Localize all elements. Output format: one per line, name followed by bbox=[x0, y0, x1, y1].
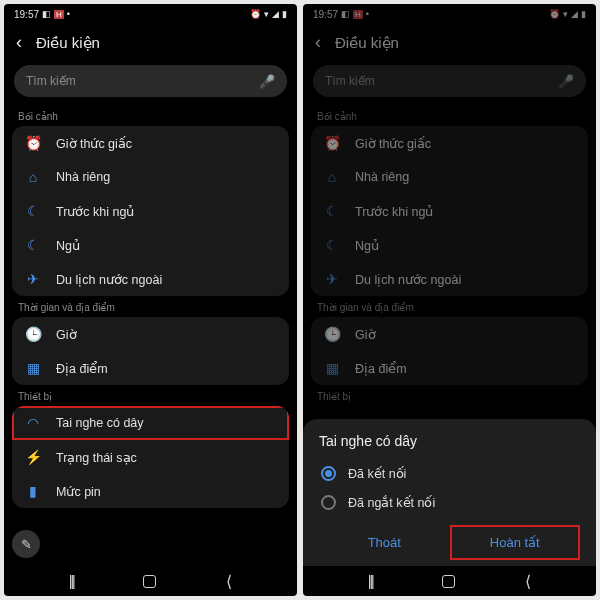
home-icon: ⌂ bbox=[24, 169, 42, 185]
row-before-sleep[interactable]: ☾Trước khi ngủ bbox=[311, 194, 588, 228]
status-badge: H bbox=[54, 10, 64, 19]
row-home[interactable]: ⌂Nhà riêng bbox=[311, 160, 588, 194]
row-time[interactable]: 🕒Giờ bbox=[311, 317, 588, 351]
status-icon: ◧ bbox=[341, 9, 350, 19]
row-before-sleep[interactable]: ☾Trước khi ngủ bbox=[12, 194, 289, 228]
plane-icon: ✈ bbox=[24, 271, 42, 287]
status-badge: H bbox=[353, 10, 363, 19]
nav-back[interactable] bbox=[226, 572, 232, 591]
moon-icon: ☾ bbox=[24, 237, 42, 253]
status-dot: • bbox=[366, 9, 369, 19]
row-sleep[interactable]: ☾Ngủ bbox=[12, 228, 289, 262]
back-button[interactable]: ‹ bbox=[315, 32, 321, 53]
row-place[interactable]: ▦Địa điểm bbox=[12, 351, 289, 385]
row-sleep[interactable]: ☾Ngủ bbox=[311, 228, 588, 262]
row-wired-headset[interactable]: ◠Tai nghe có dây bbox=[12, 406, 289, 440]
moon-icon: ☾ bbox=[24, 203, 42, 219]
bottom-sheet: Tai nghe có dây Đã kết nối Đã ngắt kết n… bbox=[303, 419, 596, 566]
search-input[interactable]: Tìm kiếm 🎤 bbox=[14, 65, 287, 97]
group-context: ⏰Giờ thức giấc ⌂Nhà riêng ☾Trước khi ngủ… bbox=[12, 126, 289, 296]
header: ‹ Điều kiện bbox=[4, 24, 297, 61]
home-icon: ⌂ bbox=[323, 169, 341, 185]
signal-icon: ◢ bbox=[272, 9, 279, 19]
section-device: Thiết bị bbox=[303, 385, 596, 406]
page-title: Điều kiện bbox=[335, 34, 399, 52]
section-context: Bối cảnh bbox=[303, 105, 596, 126]
status-time: 19:57 bbox=[14, 9, 39, 20]
nav-bar: ||| bbox=[4, 566, 297, 596]
row-charging[interactable]: ⚡Trạng thái sạc bbox=[12, 440, 289, 474]
row-battery[interactable]: ▮Mức pin bbox=[12, 474, 289, 508]
row-place[interactable]: ▦Địa điểm bbox=[311, 351, 588, 385]
right-screen: 19:57 ◧ H • ⏰ ▾ ◢ ▮ ‹ Điều kiện Tìm kiếm… bbox=[303, 4, 596, 596]
search-placeholder: Tìm kiếm bbox=[325, 74, 375, 88]
moon-icon: ☾ bbox=[323, 237, 341, 253]
back-button[interactable]: ‹ bbox=[16, 32, 22, 53]
status-bar: 19:57 ◧ H • ⏰ ▾ ◢ ▮ bbox=[4, 4, 297, 24]
plane-icon: ✈ bbox=[323, 271, 341, 287]
wifi-icon: ▾ bbox=[264, 9, 269, 19]
mic-icon[interactable]: 🎤 bbox=[259, 74, 275, 89]
battery-icon: ▮ bbox=[24, 483, 42, 499]
status-bar: 19:57 ◧ H • ⏰ ▾ ◢ ▮ bbox=[303, 4, 596, 24]
radio-disconnected[interactable]: Đã ngắt kết nối bbox=[319, 488, 580, 517]
status-dot: • bbox=[67, 9, 70, 19]
alarm-icon: ⏰ bbox=[549, 9, 560, 19]
search-placeholder: Tìm kiếm bbox=[26, 74, 76, 88]
signal-icon: ◢ bbox=[571, 9, 578, 19]
row-wakeup[interactable]: ⏰Giờ thức giấc bbox=[311, 126, 588, 160]
grid-icon: ▦ bbox=[24, 360, 42, 376]
battery-icon: ▮ bbox=[282, 9, 287, 19]
row-travel[interactable]: ✈Du lịch nước ngoài bbox=[12, 262, 289, 296]
section-timeplace: Thời gian và địa điểm bbox=[303, 296, 596, 317]
radio-selected-icon bbox=[321, 466, 336, 481]
row-wakeup[interactable]: ⏰Giờ thức giấc bbox=[12, 126, 289, 160]
group-timeplace: 🕒Giờ ▦Địa điểm bbox=[12, 317, 289, 385]
clock-icon: 🕒 bbox=[24, 326, 42, 342]
sheet-buttons: Thoát Hoàn tất bbox=[319, 525, 580, 560]
status-icon: ◧ bbox=[42, 9, 51, 19]
header: ‹ Điều kiện bbox=[303, 24, 596, 61]
nav-home[interactable] bbox=[143, 575, 156, 588]
section-context: Bối cảnh bbox=[4, 105, 297, 126]
sheet-title: Tai nghe có dây bbox=[319, 433, 580, 449]
alarm-icon: ⏰ bbox=[250, 9, 261, 19]
group-device: ◠Tai nghe có dây ⚡Trạng thái sạc ▮Mức pi… bbox=[12, 406, 289, 508]
alarm-icon: ⏰ bbox=[323, 135, 341, 151]
content: Bối cảnh ⏰Giờ thức giấc ⌂Nhà riêng ☾Trướ… bbox=[4, 105, 297, 566]
nav-recent[interactable]: ||| bbox=[368, 573, 373, 589]
nav-home[interactable] bbox=[442, 575, 455, 588]
row-home[interactable]: ⌂Nhà riêng bbox=[12, 160, 289, 194]
row-travel[interactable]: ✈Du lịch nước ngoài bbox=[311, 262, 588, 296]
nav-bar: ||| bbox=[303, 566, 596, 596]
edit-fab[interactable]: ✎ bbox=[12, 530, 40, 558]
cancel-button[interactable]: Thoát bbox=[319, 525, 450, 560]
search-input[interactable]: Tìm kiếm 🎤 bbox=[313, 65, 586, 97]
page-title: Điều kiện bbox=[36, 34, 100, 52]
section-device: Thiết bị bbox=[4, 385, 297, 406]
done-button[interactable]: Hoàn tất bbox=[450, 525, 581, 560]
left-screen: 19:57 ◧ H • ⏰ ▾ ◢ ▮ ‹ Điều kiện Tìm kiếm… bbox=[4, 4, 297, 596]
nav-back[interactable] bbox=[525, 572, 531, 591]
radio-connected[interactable]: Đã kết nối bbox=[319, 459, 580, 488]
alarm-icon: ⏰ bbox=[24, 135, 42, 151]
battery-icon: ▮ bbox=[581, 9, 586, 19]
moon-icon: ☾ bbox=[323, 203, 341, 219]
grid-icon: ▦ bbox=[323, 360, 341, 376]
section-timeplace: Thời gian và địa điểm bbox=[4, 296, 297, 317]
nav-recent[interactable]: ||| bbox=[69, 573, 74, 589]
wifi-icon: ▾ bbox=[563, 9, 568, 19]
clock-icon: 🕒 bbox=[323, 326, 341, 342]
group-context: ⏰Giờ thức giấc ⌂Nhà riêng ☾Trước khi ngủ… bbox=[311, 126, 588, 296]
row-time[interactable]: 🕒Giờ bbox=[12, 317, 289, 351]
bolt-icon: ⚡ bbox=[24, 449, 42, 465]
radio-unselected-icon bbox=[321, 495, 336, 510]
pencil-icon: ✎ bbox=[21, 537, 32, 552]
group-timeplace: 🕒Giờ ▦Địa điểm bbox=[311, 317, 588, 385]
headphones-icon: ◠ bbox=[24, 415, 42, 431]
mic-icon[interactable]: 🎤 bbox=[558, 74, 574, 89]
status-time: 19:57 bbox=[313, 9, 338, 20]
